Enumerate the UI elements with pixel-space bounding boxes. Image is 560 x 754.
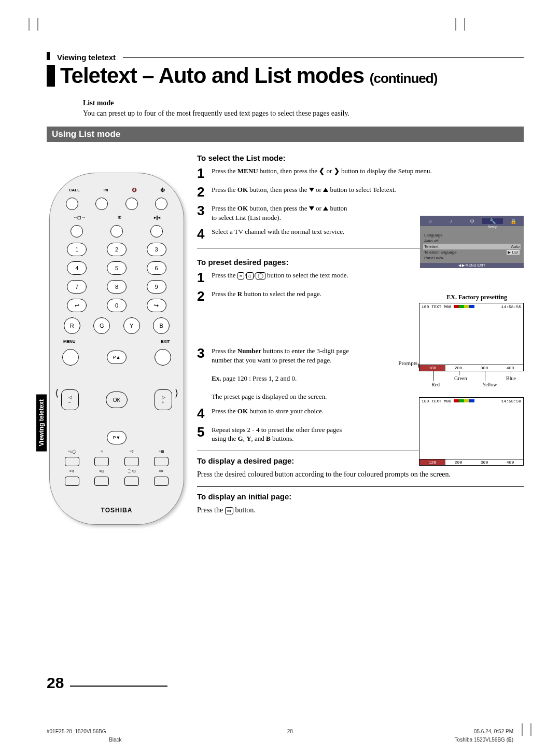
page-title: Teletext – Auto and List modes (continue… [60,65,437,87]
section-heading: Using List mode [47,127,524,142]
prompt-yellow: 300 [471,459,497,465]
audio-label: I/II [103,188,108,192]
num-9: 9 [147,280,166,294]
blue-button: B [153,317,170,334]
ttx-hdr-right: 14:58:59 [501,399,521,403]
menu-label: MENU [63,339,76,344]
sub-heading-preset: To preset desired pages: [197,258,288,267]
ttx-sub-button [94,477,109,486]
exit-label: EXIT [161,339,170,344]
num-7: 7 [67,280,87,294]
footer-date: 05.6.24, 0:52 PM [474,729,513,734]
yellow-button: Y [123,317,140,334]
setup-tab-icon: ⚙ [461,218,482,224]
select-step-4: 4 Select a TV channel with the normal te… [197,227,353,241]
menu-row-label: Panel lock [424,256,443,260]
num-6: 6 [147,261,166,275]
remote-control-illustration: CALL I/II 🔇 ⏻ ↔▢↔ ④ ▸‖◂ [49,173,184,525]
ttx-reveal-button [124,457,139,466]
still-icon: ▸‖◂ [154,215,160,220]
prompt-yellow: 300 [471,365,497,371]
power-icon: ⏻ [160,188,164,192]
ttx-hold-button [154,457,169,466]
page-number-rule [70,686,167,687]
initial-text: Press the ≡i button. [197,505,524,515]
preset-step-4: 4 Press the OK button to store your choi… [197,407,353,420]
select-step-2: 2 Press the OK button, then press the or… [197,185,461,199]
timer-icon: ④ [118,215,121,220]
ttx-mode-icon: ≡⌂◯ [65,450,79,454]
select-step-1: 1 Press the MENU button, then press the … [197,166,461,180]
ttx-hdr-left: 100 TEXT M00 [422,399,474,403]
breadcrumb: Viewing teletext [57,53,116,62]
menu-footer: ◀ ▶ MENU EXIT [420,263,524,268]
prompt-green: 200 [445,459,471,465]
footer-row-1: #01E25-28_1520VL56BG 28 05.6.24, 0:52 PM [0,729,560,734]
num-1: 1 [67,243,87,256]
ttx-cancel-button [154,477,169,486]
num-3: 3 [147,243,166,256]
menu-row-value: ▶ List [507,250,520,255]
example-text: page 120 : Press 1, 2 and 0. [221,374,297,382]
num-4: 4 [67,261,87,275]
setup-menu-screenshot: ☼ ♪ ⚙ 🔧 🔒 Language Auto off TeletextAuto… [420,216,524,268]
teletext-screen-1: 100 TEXT M00 14:58:55 100 200 300 400 [419,303,524,371]
call-label: CALL [69,188,80,192]
setup-tab-icon: 🔧 [482,218,503,224]
footer-model: Toshiba 1520VL56BG (E) [455,737,513,743]
preset-step-3: 3 Press the Number buttons to enter the … [197,346,353,401]
still-button [150,225,163,238]
setup-tab-icon: ♪ [441,218,461,224]
ttx-size-icon: ≡⇕ [65,469,79,473]
preset-step-5: 5 Repeat steps 2 - 4 to preset the other… [197,425,353,443]
menu-button [62,349,79,366]
sub-heading-initial: To display an initial page: [197,492,524,501]
example-label: Ex. [212,374,221,382]
color-green-label: Green [454,375,467,381]
sub-heading-select: To select the List mode: [197,153,524,162]
footer-row-2: Black Toshiba 1520VL56BG (E) [0,737,560,743]
pic-size-button [71,225,83,238]
ttx-time-button [124,477,139,486]
power-button [155,198,167,210]
prompt-red: 100 [419,365,445,371]
call-button [66,198,78,210]
color-yellow-label: Yellow [482,382,497,387]
audio-button [95,198,108,210]
ttx-hdr-right: 14:58:55 [501,304,521,309]
select-step-3: 3 Press the OK button, then press the or… [197,204,353,222]
ttx-hdr-left: 100 TEXT M00 [422,304,474,309]
p-down-button: P▼ [107,431,127,444]
mute-button [125,198,138,210]
return-button: ↩ [67,299,87,312]
title-continued: (continued) [370,71,438,86]
side-tab: Viewing teletext [36,394,47,451]
footer-file: #01E25-28_1520VL56BG [47,729,106,734]
teletext-screen-2: 100 TEXT M00 14:58:59 120 200 300 400 [419,397,524,466]
page-title-row: Teletext – Auto and List modes (continue… [47,65,524,87]
ttx-index-icon: ≡i [95,450,108,454]
prompt-red: 120 [419,459,445,465]
vol-down-button: ◁− [61,389,79,410]
prompt-green: 200 [445,365,471,371]
menu-row-label: Language [424,233,443,238]
ttx-hold-icon: ≡▦ [155,450,168,454]
ttx-time-icon: ⌚/⊡ [125,469,138,473]
setup-tab-icon: 🔒 [503,218,524,224]
intro-heading: List mode [83,99,114,107]
ok-button: OK [106,392,128,408]
color-red-label: Red [431,382,440,387]
num-8: 8 [107,280,127,294]
page-number: 28 [47,674,64,692]
prompt-blue: 400 [497,459,523,465]
menu-row-label: Auto off [424,239,438,243]
menu-row-label: Teletext language [424,250,457,255]
ttx-reveal-icon: ≡? [125,450,138,454]
preset-step-1: 1 Press the ≡/⌂/◯ button to select the t… [197,271,353,284]
breadcrumb-bar [47,52,50,60]
display-text: Press the desired coloured button accord… [197,469,524,480]
pic-size-icon: ↔▢↔ [73,215,86,220]
ttx-mode-button [65,457,79,466]
remote-brand: TOSHIBA [57,507,176,514]
mute-icon: 🔇 [132,188,137,192]
